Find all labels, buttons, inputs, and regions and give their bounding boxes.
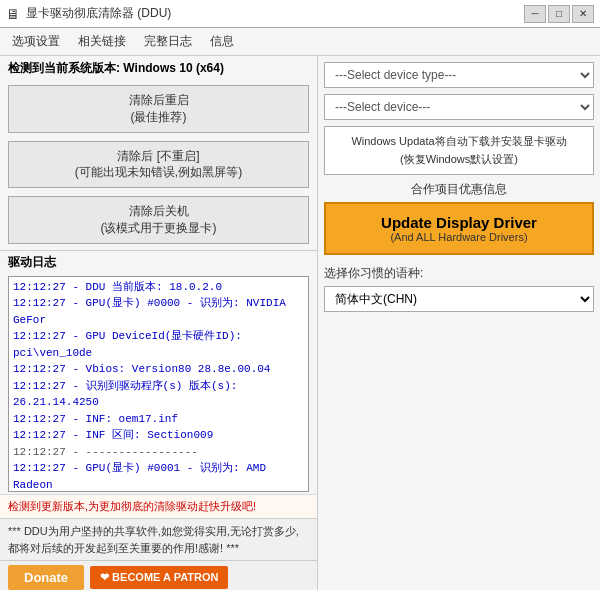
partner-title: 合作项目优惠信息 [324, 181, 594, 198]
main-container: 检测到当前系统版本: Windows 10 (x64) 清除后重启 (最佳推荐)… [0, 56, 600, 590]
log-line: 12:12:27 - GPU(显卡) #0001 - 识别为: AMD Rade… [13, 460, 304, 492]
donate-row: Donate ❤ BECOME A PATRON [0, 560, 317, 590]
right-panel: ---Select device type--- ---Select devic… [318, 56, 600, 590]
language-section: 选择你习惯的语种: 简体中文(CHN) [324, 265, 594, 312]
maximize-button[interactable]: □ [548, 5, 570, 23]
menu-item-full-log[interactable]: 完整日志 [136, 30, 200, 53]
driver-log-title: 驱动日志 [0, 250, 317, 274]
windows-update-line2: (恢复Windows默认设置) [333, 151, 585, 169]
log-line: 12:12:27 - DDU 当前版本: 18.0.2.0 [13, 279, 304, 296]
menu-bar: 选项设置 相关链接 完整日志 信息 [0, 28, 600, 56]
language-select[interactable]: 简体中文(CHN) [324, 286, 594, 312]
title-bar: 🖥 显卡驱动彻底清除器 (DDU) ─ □ ✕ [0, 0, 600, 28]
device-select[interactable]: ---Select device--- [324, 94, 594, 120]
clean-log-button[interactable]: 清除后关机 (该模式用于更换显卡) [8, 196, 309, 244]
system-version: 检测到当前系统版本: Windows 10 (x64) [0, 56, 317, 81]
become-patron-button[interactable]: ❤ BECOME A PATRON [90, 566, 228, 589]
menu-item-options[interactable]: 选项设置 [4, 30, 68, 53]
close-button[interactable]: ✕ [572, 5, 594, 23]
app-icon: 🖥 [6, 6, 20, 22]
clean-log-line2: (该模式用于更换显卡) [13, 220, 304, 237]
log-line: 12:12:27 - INF 区间: Section009 [13, 427, 304, 444]
menu-item-info[interactable]: 信息 [202, 30, 242, 53]
log-line: 12:12:27 - 识别到驱动程序(s) 版本(s): 26.21.14.42… [13, 378, 304, 411]
clean-no-reboot-button[interactable]: 清除后 [不重启] (可能出现未知错误,例如黑屏等) [8, 141, 309, 189]
clean-reboot-line1: 清除后重启 [13, 92, 304, 109]
menu-item-links[interactable]: 相关链接 [70, 30, 134, 53]
bottom-notice: *** DDU为用户坚持的共享软件,如您觉得实用,无论打赏多少,都将对后续的开发… [0, 518, 317, 560]
clean-reboot-button[interactable]: 清除后重启 (最佳推荐) [8, 85, 309, 133]
system-version-label: 检测到当前系统版本: [8, 61, 120, 75]
clean-no-reboot-line2: (可能出现未知错误,例如黑屏等) [13, 164, 304, 181]
log-line: 12:12:27 - Vbios: Version80 28.8e.00.04 [13, 361, 304, 378]
clean-reboot-line2: (最佳推荐) [13, 109, 304, 126]
title-bar-left: 🖥 显卡驱动彻底清除器 (DDU) [6, 5, 171, 22]
log-line: 12:12:27 - GPU(显卡) #0000 - 识别为: NVIDIA G… [13, 295, 304, 328]
clean-no-reboot-line1: 清除后 [不重启] [13, 148, 304, 165]
app-title: 显卡驱动彻底清除器 (DDU) [26, 5, 171, 22]
log-line: 12:12:27 - INF: oem17.inf [13, 411, 304, 428]
minimize-button[interactable]: ─ [524, 5, 546, 23]
donate-button[interactable]: Donate [8, 565, 84, 590]
update-driver-line2: (And ALL Hardware Drivers) [334, 231, 584, 243]
clean-log-line1: 清除后关机 [13, 203, 304, 220]
log-line: 12:12:27 - ----------------- [13, 444, 304, 461]
windows-update-line1: Windows Updata将自动下载并安装显卡驱动 [333, 133, 585, 151]
left-panel: 检测到当前系统版本: Windows 10 (x64) 清除后重启 (最佳推荐)… [0, 56, 318, 590]
update-driver-line1: Update Display Driver [334, 214, 584, 231]
device-type-select[interactable]: ---Select device type--- [324, 62, 594, 88]
log-line: 12:12:27 - GPU DeviceId(显卡硬件ID): pci\ven… [13, 328, 304, 361]
windows-update-box: Windows Updata将自动下载并安装显卡驱动 (恢复Windows默认设… [324, 126, 594, 175]
log-area[interactable]: 12:12:27 - DDU 当前版本: 18.0.2.0 12:12:27 -… [8, 276, 309, 492]
title-bar-controls: ─ □ ✕ [524, 5, 594, 23]
update-driver-button[interactable]: Update Display Driver (And ALL Hardware … [324, 202, 594, 255]
language-label: 选择你习惯的语种: [324, 265, 594, 282]
system-version-value: Windows 10 (x64) [123, 61, 224, 75]
update-notice: 检测到更新版本,为更加彻底的清除驱动赶快升级吧! [0, 494, 317, 518]
partner-section: 合作项目优惠信息 Update Display Driver (And ALL … [324, 181, 594, 255]
